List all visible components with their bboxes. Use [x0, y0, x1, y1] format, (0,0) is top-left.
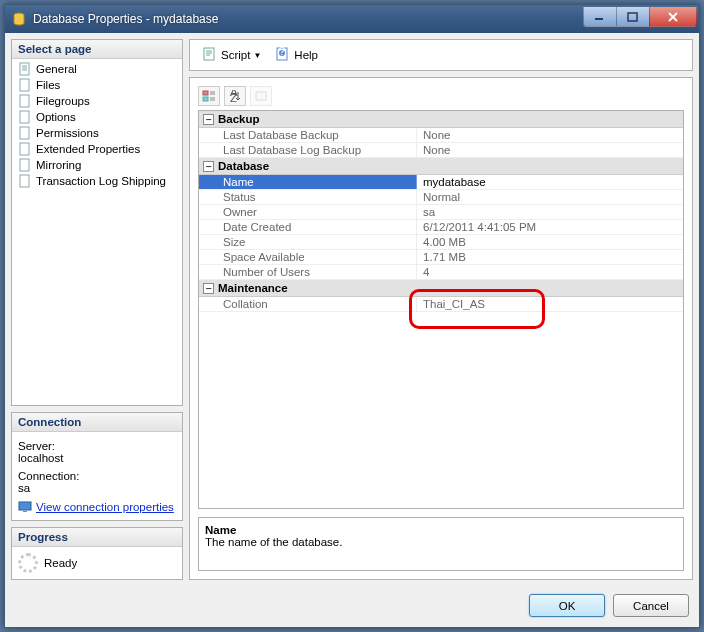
description-pane: Name The name of the database.	[198, 517, 684, 571]
content-toolbar: Script ▼ ? Help	[189, 39, 693, 71]
nav-label: Mirroring	[36, 159, 81, 171]
server-label: Server:	[18, 440, 176, 452]
connection-label: Connection:	[18, 470, 176, 482]
alphabetical-button[interactable]: AZ	[224, 86, 246, 106]
nav-label: Transaction Log Shipping	[36, 175, 166, 187]
svg-rect-10	[20, 175, 29, 187]
nav-label: Filegroups	[36, 95, 90, 107]
help-icon: ?	[275, 46, 291, 64]
select-page-header: Select a page	[12, 40, 182, 59]
page-extended-properties[interactable]: Extended Properties	[12, 141, 182, 157]
connection-panel: Connection Server: localhost Connection:…	[11, 412, 183, 521]
dialog-window: Database Properties - mydatabase Select …	[4, 4, 700, 628]
page-list: General Files Filegroups Options Permiss…	[12, 59, 182, 405]
page-icon	[18, 94, 32, 108]
help-label: Help	[294, 49, 318, 61]
svg-rect-7	[20, 127, 29, 139]
categorized-button[interactable]	[198, 86, 220, 106]
cancel-button[interactable]: Cancel	[613, 594, 689, 617]
close-button[interactable]	[649, 7, 697, 27]
page-filegroups[interactable]: Filegroups	[12, 93, 182, 109]
progress-state: Ready	[44, 557, 77, 569]
server-value: localhost	[18, 452, 176, 464]
script-icon	[202, 46, 218, 64]
help-button[interactable]: ? Help	[271, 44, 322, 66]
page-files[interactable]: Files	[12, 77, 182, 93]
category-backup[interactable]: −Backup	[199, 111, 683, 128]
svg-rect-18	[203, 97, 208, 101]
svg-rect-13	[204, 48, 214, 60]
propertygrid-toolbar: AZ	[198, 86, 684, 106]
nav-label: Extended Properties	[36, 143, 140, 155]
chevron-down-icon: ▼	[253, 51, 261, 60]
svg-text:?: ?	[279, 46, 285, 57]
svg-rect-8	[20, 143, 29, 155]
progress-panel: Progress Ready	[11, 527, 183, 580]
page-tlog-shipping[interactable]: Transaction Log Shipping	[12, 173, 182, 189]
svg-text:Z: Z	[230, 92, 237, 102]
nav-label: Options	[36, 111, 76, 123]
page-icon	[18, 158, 32, 172]
page-mirroring[interactable]: Mirroring	[12, 157, 182, 173]
svg-rect-17	[203, 91, 208, 95]
page-icon	[18, 174, 32, 188]
window-title: Database Properties - mydatabase	[33, 12, 584, 26]
svg-rect-3	[20, 63, 29, 75]
spinner-icon	[18, 553, 38, 573]
row-owner[interactable]: Ownersa	[199, 205, 683, 220]
progress-header: Progress	[12, 528, 182, 547]
svg-rect-4	[20, 79, 29, 91]
collapse-icon[interactable]: −	[203, 283, 214, 294]
titlebar[interactable]: Database Properties - mydatabase	[5, 5, 699, 33]
page-icon	[18, 78, 32, 92]
svg-rect-12	[23, 511, 27, 512]
row-space-available[interactable]: Space Available1.71 MB	[199, 250, 683, 265]
nav-label: General	[36, 63, 77, 75]
svg-rect-6	[20, 111, 29, 123]
svg-rect-1	[595, 18, 603, 20]
collapse-icon[interactable]: −	[203, 114, 214, 125]
script-label: Script	[221, 49, 250, 61]
nav-label: Files	[36, 79, 60, 91]
svg-rect-2	[628, 13, 637, 21]
page-general[interactable]: General	[12, 61, 182, 77]
ok-button[interactable]: OK	[529, 594, 605, 617]
description-text: The name of the database.	[205, 536, 677, 548]
category-maintenance[interactable]: −Maintenance	[199, 280, 683, 297]
row-name[interactable]: Namemydatabase	[199, 175, 683, 190]
database-icon	[11, 11, 27, 27]
row-last-db-backup[interactable]: Last Database BackupNone	[199, 128, 683, 143]
page-icon	[18, 142, 32, 156]
page-icon	[18, 62, 32, 76]
row-status[interactable]: StatusNormal	[199, 190, 683, 205]
minimize-button[interactable]	[583, 7, 617, 27]
category-database[interactable]: −Database	[199, 158, 683, 175]
view-connection-properties-link[interactable]: View connection properties	[18, 500, 176, 514]
link-text: View connection properties	[36, 501, 174, 513]
page-icon	[18, 126, 32, 140]
dialog-footer: OK Cancel	[5, 586, 699, 627]
row-last-log-backup[interactable]: Last Database Log BackupNone	[199, 143, 683, 158]
property-box: AZ −Backup Last Database BackupNone Last…	[189, 77, 693, 580]
select-page-panel: Select a page General Files Filegroups O…	[11, 39, 183, 406]
row-collation[interactable]: CollationThai_CI_AS	[199, 297, 683, 312]
page-icon	[18, 110, 32, 124]
svg-rect-5	[20, 95, 29, 107]
property-pages-button[interactable]	[250, 86, 272, 106]
nav-label: Permissions	[36, 127, 99, 139]
property-grid[interactable]: −Backup Last Database BackupNone Last Da…	[198, 110, 684, 509]
script-button[interactable]: Script ▼	[198, 44, 265, 66]
row-number-of-users[interactable]: Number of Users4	[199, 265, 683, 280]
row-size[interactable]: Size4.00 MB	[199, 235, 683, 250]
collation-value-highlight: Thai_CI_AS	[417, 297, 683, 311]
monitor-icon	[18, 500, 32, 514]
collapse-icon[interactable]: −	[203, 161, 214, 172]
row-date-created[interactable]: Date Created6/12/2011 4:41:05 PM	[199, 220, 683, 235]
page-permissions[interactable]: Permissions	[12, 125, 182, 141]
svg-rect-21	[256, 92, 266, 100]
maximize-button[interactable]	[616, 7, 650, 27]
connection-header: Connection	[12, 413, 182, 432]
page-options[interactable]: Options	[12, 109, 182, 125]
svg-rect-9	[20, 159, 29, 171]
description-name: Name	[205, 524, 677, 536]
